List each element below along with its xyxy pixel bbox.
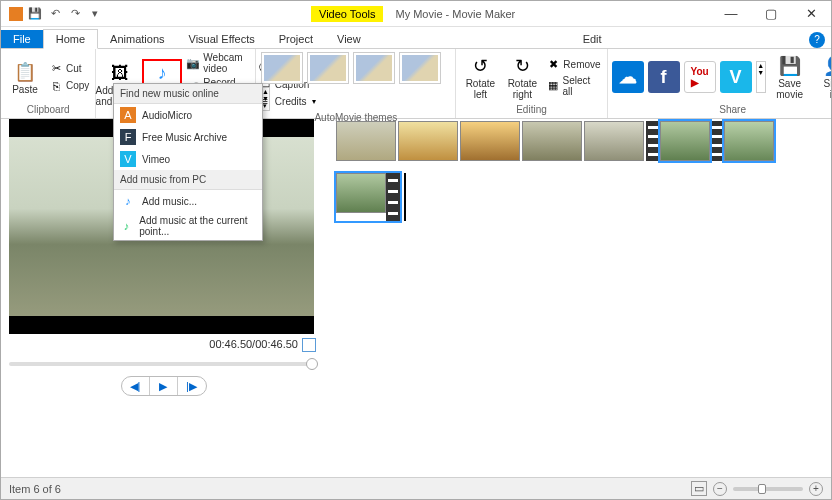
timecode: 00:46.50/00:46.50 xyxy=(9,334,318,356)
film-sprocket-icon xyxy=(710,121,724,161)
tab-edit[interactable]: Edit xyxy=(571,30,614,48)
clip-thumbnail[interactable] xyxy=(522,121,582,161)
menu-item-vimeo[interactable]: VVimeo xyxy=(114,148,262,170)
save-movie-icon: 💾 xyxy=(778,54,802,78)
music-note-icon: ♪ xyxy=(120,218,133,234)
menu-item-free-music-archive[interactable]: FFree Music Archive xyxy=(114,126,262,148)
cut-button[interactable]: ✂Cut xyxy=(47,61,91,77)
zoom-out-button[interactable]: − xyxy=(713,482,727,496)
undo-icon[interactable]: ↶ xyxy=(47,6,63,22)
clip-with-sprocket[interactable] xyxy=(336,173,400,221)
sign-in-button[interactable]: 👤Sign in xyxy=(814,52,832,102)
menu-item-add-music[interactable]: ♪Add music... xyxy=(114,190,262,212)
vimeo-menu-icon: V xyxy=(120,151,136,167)
theme-thumbnail[interactable] xyxy=(399,52,441,84)
save-movie-button[interactable]: 💾Save movie xyxy=(770,52,810,102)
window-title: My Movie - Movie Maker xyxy=(395,8,515,20)
clip-thumbnail[interactable] xyxy=(336,173,386,213)
fullscreen-icon[interactable] xyxy=(302,338,316,352)
sign-in-icon: 👤 xyxy=(822,54,832,78)
film-sprocket-icon xyxy=(646,121,660,161)
music-note-icon: ♪ xyxy=(150,61,174,85)
rotate-left-icon: ↺ xyxy=(468,54,492,78)
clip-with-sprocket[interactable] xyxy=(646,121,774,161)
quick-access-toolbar: 💾 ↶ ↷ ▾ xyxy=(1,6,111,22)
paste-button[interactable]: 📋 Paste xyxy=(5,58,45,97)
rotate-right-button[interactable]: ↻Rotate right xyxy=(502,52,542,102)
group-share: ☁ f You▶ V ▲▼ 💾Save movie 👤Sign in Share xyxy=(608,49,832,118)
qat-more-icon[interactable]: ▾ xyxy=(87,6,103,22)
help-icon[interactable]: ? xyxy=(809,32,825,48)
select-all-icon: ▦ xyxy=(546,79,559,93)
theme-thumbnail[interactable] xyxy=(261,52,303,84)
remove-icon: ✖ xyxy=(546,58,560,72)
clip-thumbnail[interactable] xyxy=(724,121,774,161)
add-music-dropdown: Find new music online AAudioMicro FFree … xyxy=(113,83,263,241)
select-all-button[interactable]: ▦Select all xyxy=(544,74,602,98)
vimeo-icon[interactable]: V xyxy=(720,61,752,93)
onedrive-icon[interactable]: ☁ xyxy=(612,61,644,93)
timeline-pane[interactable] xyxy=(326,119,831,477)
menu-item-audiomicro[interactable]: AAudioMicro xyxy=(114,104,262,126)
redo-icon[interactable]: ↷ xyxy=(67,6,83,22)
storyboard-track xyxy=(336,121,821,161)
youtube-icon[interactable]: You▶ xyxy=(684,61,716,93)
zoom-slider-thumb[interactable] xyxy=(758,484,766,494)
rotate-right-icon: ↻ xyxy=(510,54,534,78)
tab-home[interactable]: Home xyxy=(43,29,98,49)
app-icon xyxy=(9,7,23,21)
dropdown-heading: Add music from PC xyxy=(114,170,262,190)
prev-frame-button[interactable]: ◀| xyxy=(122,377,150,395)
group-automovie: ▲▼▾ AutoMovie themes xyxy=(256,49,456,118)
dropdown-heading: Find new music online xyxy=(114,84,262,104)
view-mode-icon[interactable]: ▭ xyxy=(691,481,707,496)
maximize-button[interactable]: ▢ xyxy=(751,1,791,27)
status-bar: Item 6 of 6 ▭ − + xyxy=(1,477,831,499)
ribbon-tabs: File Home Animations Visual Effects Proj… xyxy=(1,27,831,49)
play-button[interactable]: ▶ xyxy=(150,377,178,395)
group-editing: ↺Rotate left ↻Rotate right ✖Remove ▦Sele… xyxy=(456,49,607,118)
status-text: Item 6 of 6 xyxy=(9,483,61,495)
menu-item-add-music-current-point[interactable]: ♪Add music at the current point... xyxy=(114,212,262,240)
remove-button[interactable]: ✖Remove xyxy=(544,57,602,73)
minimize-button[interactable]: — xyxy=(711,1,751,27)
clip-thumbnail[interactable] xyxy=(460,121,520,161)
tab-view[interactable]: View xyxy=(325,30,373,48)
tab-visual-effects[interactable]: Visual Effects xyxy=(177,30,267,48)
clip-thumbnail[interactable] xyxy=(584,121,644,161)
zoom-slider[interactable] xyxy=(733,487,803,491)
tab-animations[interactable]: Animations xyxy=(98,30,176,48)
music-note-icon: ♪ xyxy=(120,193,136,209)
tab-file[interactable]: File xyxy=(1,30,43,48)
title-bar: 💾 ↶ ↷ ▾ Video Tools My Movie - Movie Mak… xyxy=(1,1,831,27)
audiomicro-icon: A xyxy=(120,107,136,123)
theme-thumbnail[interactable] xyxy=(353,52,395,84)
storyboard-track-row2 xyxy=(336,173,821,221)
facebook-icon[interactable]: f xyxy=(648,61,680,93)
clip-thumbnail[interactable] xyxy=(336,121,396,161)
rotate-left-button[interactable]: ↺Rotate left xyxy=(460,52,500,102)
save-icon[interactable]: 💾 xyxy=(27,6,43,22)
film-sprocket-icon xyxy=(386,173,400,221)
zoom-in-button[interactable]: + xyxy=(809,482,823,496)
playback-controls: ◀| ▶ |▶ xyxy=(9,376,318,396)
copy-button[interactable]: ⎘Copy xyxy=(47,78,91,94)
fma-icon: F xyxy=(120,129,136,145)
next-frame-button[interactable]: |▶ xyxy=(178,377,206,395)
close-button[interactable]: ✕ xyxy=(791,1,831,27)
video-tools-contextual-tab[interactable]: Video Tools xyxy=(311,6,383,22)
clip-thumbnail[interactable] xyxy=(398,121,458,161)
seek-thumb[interactable] xyxy=(306,358,318,370)
theme-thumbnail[interactable] xyxy=(307,52,349,84)
seek-bar[interactable] xyxy=(9,362,314,366)
add-videos-icon: 🖼 xyxy=(108,61,132,85)
webcam-icon: 📷 xyxy=(186,56,200,70)
clip-thumbnail[interactable] xyxy=(660,121,710,161)
tab-project[interactable]: Project xyxy=(267,30,325,48)
webcam-button[interactable]: 📷Webcam video xyxy=(184,51,253,75)
copy-icon: ⎘ xyxy=(49,79,63,93)
playhead-marker[interactable] xyxy=(404,173,406,221)
group-clipboard: 📋 Paste ✂Cut ⎘Copy Clipboard xyxy=(1,49,96,118)
share-gallery-scroll[interactable]: ▲▼ xyxy=(756,61,766,93)
paste-icon: 📋 xyxy=(13,60,37,84)
